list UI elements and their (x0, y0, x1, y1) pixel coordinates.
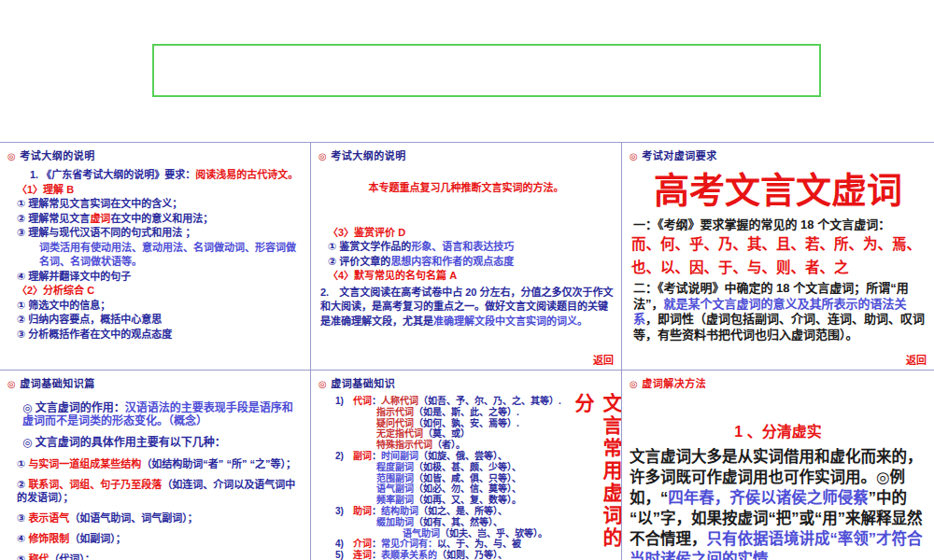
text-segment: 虚词 (90, 213, 110, 224)
text-segment: 〈3〉鉴赏评价 D (328, 227, 405, 238)
text-segment: （莫、或） (423, 428, 470, 439)
text-segment: ① 筛选文中的信息； (17, 300, 110, 311)
back-link[interactable]: 返回 (593, 352, 614, 367)
text-segment: ③ (17, 512, 28, 524)
text-line: 而、何、乎、乃、其、且、若、所、为、焉、 (630, 232, 927, 256)
text-segment: 〈4〉默写常见的名句名篇 A (328, 270, 457, 281)
text-segment: ② 归纳内容要点，概括中心意思 (17, 314, 162, 325)
slide-panel-6: ◎虚词解决方法 1 、分清虚实文言虚词大多是从实词借用和虚化而来的，许多词既可作… (622, 370, 934, 560)
text-segment: 而、何、乎、乃、其、且、若、所、为、焉、 (631, 236, 921, 252)
text-segment: 准确理解文段中文言实词的词义。 (433, 315, 587, 327)
ring-bullet-icon: ◎ (630, 151, 638, 161)
text-segment: 与实词一道组成某些结构 (28, 458, 141, 469)
text-segment: ① (17, 458, 28, 469)
text-segment: 程度副词 (376, 462, 414, 472)
slide-panel-1: ◎考试大纲的说明 1. 《广东省考试大纲的说明》要求：阅读浅易的古代诗文。〈1〉… (0, 142, 311, 370)
text-segment: 疑问代词 (376, 418, 414, 428)
text-line: ④ 修饰限制（如副词）； (7, 532, 303, 545)
text-segment: 〈1〉理解 B (17, 184, 74, 195)
ring-bullet-icon: ◎ (630, 379, 638, 389)
text-segment: 缀加助词 (376, 517, 414, 527)
slide-panel-2: ◎考试大纲的说明 本专题重点复习几种推断文言实词的方法。〈3〉鉴赏评价 D① 鉴… (311, 142, 622, 370)
text-segment: 高考文言文虚词 (654, 171, 902, 210)
text-line: ◎ 文言虚词的具体作用主要有以下几种： (7, 436, 303, 449)
text-segment: 语气副词 (376, 483, 414, 494)
text-segment: 。 (769, 551, 785, 560)
text-line: ③ 分析概括作者在文中的观点态度 (7, 328, 303, 343)
text-segment: ，即词性（虚词包括副词、介词、连词、助词、叹词等，有些资料书把代词也归入虚词范围… (633, 312, 925, 342)
text-segment: 阅读浅易的古代诗文。 (195, 169, 298, 180)
text-segment: 3) (335, 506, 353, 516)
slide-3-body: 高考文言文虚词一：《考纲》要求掌握的常见的 18 个文言虚词：而、何、乎、乃、其… (622, 162, 934, 343)
text-line: ① 鉴赏文学作品的形象、语言和表达技巧 (318, 240, 614, 255)
text-segment: ⑤ (17, 553, 28, 560)
text-segment: 特殊指示代词 (376, 440, 432, 450)
text-segment: （如则、乃等）、 (437, 550, 507, 560)
text-segment: 频率副词 (376, 495, 414, 505)
text-line: ① 理解常见文言实词在文中的含义； (7, 197, 303, 212)
text-segment: 一：《考纲》要求掌握的常见的 18 个文言虚词： (633, 217, 890, 231)
text-segment: （如语气助词、词气副词）； (69, 512, 198, 524)
text-segment: （如副词）； (69, 533, 126, 544)
slide-panel-3: ◎考试对虚词要求 高考文言文虚词一：《考纲》要求掌握的常见的 18 个文言虚词：… (622, 142, 934, 370)
vertical-caption: 文言常用虚词的分 (569, 393, 622, 560)
ring-bullet-icon: ◎ (7, 379, 16, 389)
text-segment: 1. 《广东省考试大纲的说明》要求： (30, 169, 195, 180)
slide-1-header: ◎考试大纲的说明 (0, 143, 310, 162)
slide-5-header: ◎虚词基础知识 (311, 371, 621, 390)
text-segment: （如旋、俄、尝等）、 (418, 451, 507, 461)
slide-4-header: ◎虚词基础知识篇 (0, 371, 310, 390)
text-segment: 范围副词 (376, 473, 414, 483)
text-line: ① 与实词一道组成某些结构（如结构助词“者” “所” “之”等）； (7, 457, 303, 470)
text-line: 〈1〉理解 B (7, 183, 303, 198)
text-segment: 称代 (28, 553, 49, 560)
text-segment: （如再、又、复、数等）。 (414, 495, 521, 505)
text-segment: 语气助词 (403, 528, 440, 539)
text-line: ⑤ 称代（代词）； (7, 553, 303, 560)
text-segment: 修饰限制 (28, 533, 69, 544)
slide-3-header: ◎考试对虚词要求 (622, 143, 934, 162)
text-line: 1. 《广东省考试大纲的说明》要求：阅读浅易的古代诗文。 (7, 168, 303, 183)
text-segment: （如之、是、所等）、 (418, 506, 507, 516)
text-segment: 四年春，齐侯以诸侯之师侵蔡 (668, 489, 869, 506)
slide-2-body: 本专题重点复习几种推断文言实词的方法。〈3〉鉴赏评价 D① 鉴赏文学作品的形象、… (311, 162, 621, 329)
slide-panel-5: ◎虚词基础知识 1) 代词：人称代词（如吾、予、尔、乃、之、其等）.指示代词（如… (311, 370, 622, 560)
text-segment: ④ 理解并翻译文中的句子 (17, 271, 131, 282)
text-line: ③ 表示语气（如语气助词、词气副词）； (7, 511, 303, 525)
text-segment: ： (372, 550, 381, 560)
text-segment: 无定指代词 (376, 428, 423, 439)
text-line: ◎ 文言虚词的作用：汉语语法的主要表现手段是语序和虚词而不是词类的形态变化。（概… (7, 401, 303, 427)
text-segment: （如何、孰、安、焉等）. (414, 418, 519, 428)
text-segment: （如结构助词“者” “所” “之”等）； (141, 458, 296, 469)
text-line: ② 评价文章的思想内容和作者的观点态度 (318, 255, 614, 270)
text-segment: 1 、分清虚实 (734, 424, 821, 440)
slide-4-body: ◎ 文言虚词的作用：汉语语法的主要表现手段是语序和虚词而不是词类的形态变化。（概… (0, 390, 310, 560)
text-segment: 结构助词 (381, 506, 418, 516)
text-segment: （如有、其、然等）、 (414, 517, 502, 527)
empty-placeholder-box (152, 44, 821, 97)
text-segment: ： (372, 506, 381, 516)
text-line: 〈3〉鉴赏评价 D (318, 226, 614, 241)
text-line: 词类活用有使动用法、意动用法、名词做动词、形容词做名词、名词做状语等。 (7, 241, 303, 270)
text-segment: 联系词、词组、句子乃至段落 (28, 479, 162, 490)
text-segment: 代词 (353, 396, 372, 406)
text-segment: 1) (335, 396, 353, 406)
slide-panel-4: ◎虚词基础知识篇 ◎ 文言虚词的作用：汉语语法的主要表现手段是语序和虚词而不是词… (0, 370, 311, 560)
back-link[interactable]: 返回 (906, 352, 927, 367)
text-segment: ◎ 文言虚词的具体作用主要有以下几种： (22, 436, 226, 449)
text-segment: （如极、甚、颇、少等）、 (414, 462, 521, 472)
text-segment: 介词 (353, 539, 372, 549)
text-segment: 指示代词 (376, 407, 414, 417)
text-segment: 2) (335, 451, 353, 461)
text-segment: （如吾、予、尔、乃、之、其等）. (418, 396, 561, 406)
slide-2-header: ◎考试大纲的说明 (311, 143, 621, 162)
text-line: 一：《考纲》要求掌握的常见的 18 个文言虚词： (630, 217, 927, 232)
slide-3-title: 考试对虚词要求 (642, 150, 717, 161)
text-segment: ① 理解常见文言实词在文中的含义； (17, 198, 182, 209)
ring-bullet-icon: ◎ (318, 151, 327, 161)
slide-6-title: 虚词解决方法 (642, 378, 706, 389)
text-segment: （者）。 (432, 440, 465, 450)
slide-6-header: ◎虚词解决方法 (622, 371, 934, 390)
text-segment: 表示语气 (28, 512, 69, 524)
text-line: 〈2〉分析综合 C (7, 284, 303, 299)
